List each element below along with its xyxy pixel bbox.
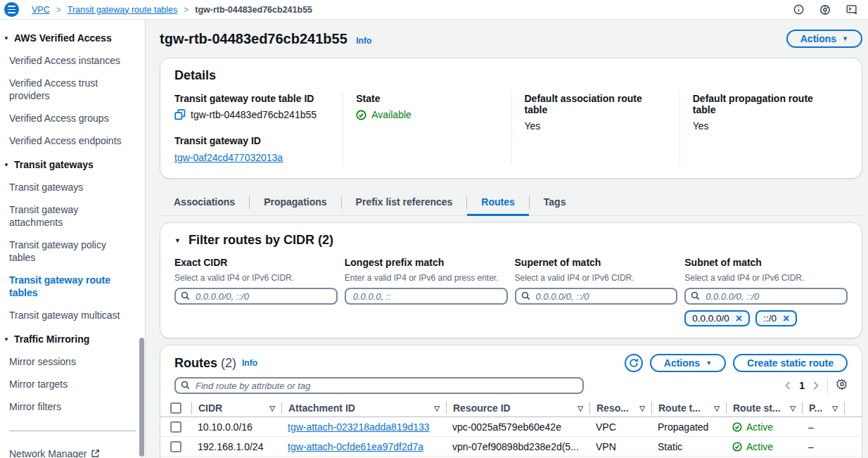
filter-triangle-icon[interactable]: ▽ [434,405,440,412]
cell-route-state: Active [746,421,773,433]
refresh-button[interactable] [625,354,643,372]
column-header-resource-id[interactable]: Resource ID [453,402,511,414]
sidebar-section-aws-verified-access[interactable]: ▼ AWS Verified Access [0,25,145,49]
sidebar-section-title: AWS Verified Access [14,32,112,44]
sidebar-scrollbar[interactable] [139,338,144,457]
info-icon[interactable] [793,4,804,15]
table-header-row: CIDR▽ Attachment ID▽ Resource ID▽ Reso..… [160,400,862,417]
page-actions-button[interactable]: Actions ▼ [786,30,862,48]
attachment-id-link[interactable]: tgw-attach-023218adda819d133 [288,421,430,433]
page-actions-label: Actions [800,33,836,44]
tab-propagations[interactable]: Propagations [250,191,340,215]
filter-routes-panel: ▼ Filter routes by CIDR (2) Exact CIDR S… [160,222,862,338]
routes-actions-button[interactable]: Actions ▼ [650,354,726,372]
state-label: State [356,93,498,104]
cloudshell-icon[interactable] [846,4,858,15]
chevron-right-icon: > [56,5,61,15]
breadcrumb-tgw-route-tables[interactable]: Transit gateway route tables [68,5,178,15]
attachment-id-link[interactable]: tgw-attach-0cfde61ea97df2d7a [288,441,423,452]
filter-triangle-icon[interactable]: ▽ [577,405,583,412]
details-heading: Details [174,68,848,83]
tab-associations[interactable]: Associations [160,191,249,215]
chevron-down-icon: ▼ [4,336,9,343]
default-propagation-label: Default propagation route table [693,93,835,115]
breadcrumb-vpc[interactable]: VPC [32,5,50,15]
create-static-route-button[interactable]: Create static route [733,354,848,372]
page-info-link[interactable]: Info [356,36,371,46]
top-navigation-bar: VPC > Transit gateway route tables > tgw… [0,0,868,20]
status-check-icon [732,422,742,432]
tab-bar: Associations Propagations Prefix list re… [160,191,862,216]
sidebar-item-network-manager[interactable]: Network Manager [0,443,145,458]
sidebar-section-transit-gateways[interactable]: ▼ Transit gateways [0,152,145,176]
filter-panel-header[interactable]: ▼ Filter routes by CIDR (2) [174,233,848,248]
sidebar-item-transit-gateway-policy-tables[interactable]: Transit gateway policy tables [0,234,145,269]
remove-token-icon[interactable]: × [736,313,742,324]
filter-triangle-icon[interactable]: ▽ [639,405,645,412]
filter-triangle-icon[interactable]: ▽ [790,405,796,412]
filter-token-label: ::/0 [763,313,777,324]
longest-prefix-match-description: Enter a valid IP4 or IPv6 and press ente… [345,273,508,283]
exact-cidr-input[interactable] [174,288,338,305]
exact-cidr-description: Select a valid IP4 or IPv6 CIDR. [174,273,338,283]
routes-heading: Routes [174,356,217,371]
chevron-down-icon: ▼ [4,162,9,168]
sidebar-item-transit-gateway-attachments[interactable]: Transit gateway attachments [0,198,145,234]
sidebar-item-mirror-sessions[interactable]: Mirror sessions [0,350,145,373]
routes-info-link[interactable]: Info [242,358,257,368]
sidebar-item-label: Network Manager [9,448,87,458]
tab-tags[interactable]: Tags [530,191,580,215]
subnet-of-match-input[interactable] [684,288,848,305]
column-header-cidr[interactable]: CIDR [198,402,222,414]
search-icon [691,291,700,300]
routes-count: (2) [221,356,236,371]
column-header-p[interactable]: P... [809,402,822,414]
sidebar-section-title: Traffic Mirroring [14,333,89,345]
filter-triangle-icon[interactable]: ▽ [714,405,720,412]
default-propagation-value: Yes [693,120,709,132]
select-all-checkbox[interactable] [170,402,181,414]
table-preferences-gear-icon[interactable] [836,379,848,393]
chevron-down-icon: ▼ [4,35,9,42]
page-number[interactable]: 1 [799,380,805,391]
filter-triangle-icon[interactable]: ▽ [269,405,275,412]
cell-resource-type: VPN [589,441,651,452]
sidebar-item-verified-access-instances[interactable]: Verified Access instances [0,49,145,72]
filter-triangle-icon[interactable]: ▽ [832,405,838,412]
sidebar-item-verified-access-groups[interactable]: Verified Access groups [0,107,145,129]
row-checkbox[interactable] [170,421,181,433]
tab-prefix-list-references[interactable]: Prefix list references [342,191,467,215]
longest-prefix-match-input[interactable] [345,288,508,305]
row-checkbox[interactable] [170,441,181,452]
column-header-route-type[interactable]: Route t... [658,402,701,414]
sidebar-item-mirror-filters[interactable]: Mirror filters [0,395,145,418]
previous-page-icon[interactable] [785,381,791,390]
next-page-icon[interactable] [813,381,819,390]
status-check-icon [356,110,366,120]
cell-resource-id: vpc-0025af579eb60e42e [446,421,589,433]
supernet-of-match-input[interactable] [515,288,678,305]
transit-gateway-id-link[interactable]: tgw-0af24cd477032013a [174,152,283,163]
routes-actions-label: Actions [664,357,700,369]
tab-routes[interactable]: Routes [467,191,528,216]
exact-cidr-label: Exact CIDR [174,257,338,268]
hamburger-menu-icon[interactable] [4,2,19,17]
cell-resource-id: vpn-07ef90898bd238e2d(5... [446,441,589,452]
sidebar-item-mirror-targets[interactable]: Mirror targets [0,373,145,395]
column-header-route-state[interactable]: Route st... [733,402,781,414]
page-title: tgw-rtb-04483ed76cb241b55 [160,31,347,46]
sidebar-item-transit-gateway-route-tables[interactable]: Transit gateway route tables [0,269,145,304]
column-header-resource-type[interactable]: Reso... [596,402,629,414]
sidebar-item-verified-access-trust-providers[interactable]: Verified Access trust providers [0,72,145,107]
route-search-input[interactable] [174,377,584,394]
sidebar-section-traffic-mirroring[interactable]: ▼ Traffic Mirroring [0,326,145,350]
column-header-attachment-id[interactable]: Attachment ID [288,402,355,414]
settings-gear-icon[interactable] [819,4,831,15]
default-association-value: Yes [525,120,541,132]
sidebar-item-verified-access-endpoints[interactable]: Verified Access endpoints [0,129,145,152]
sidebar-item-transit-gateways[interactable]: Transit gateways [0,176,145,198]
remove-token-icon[interactable]: × [783,313,789,324]
copy-icon[interactable] [174,109,186,120]
sidebar-item-transit-gateway-multicast[interactable]: Transit gateway multicast [0,304,145,326]
create-static-route-label: Create static route [747,357,834,369]
